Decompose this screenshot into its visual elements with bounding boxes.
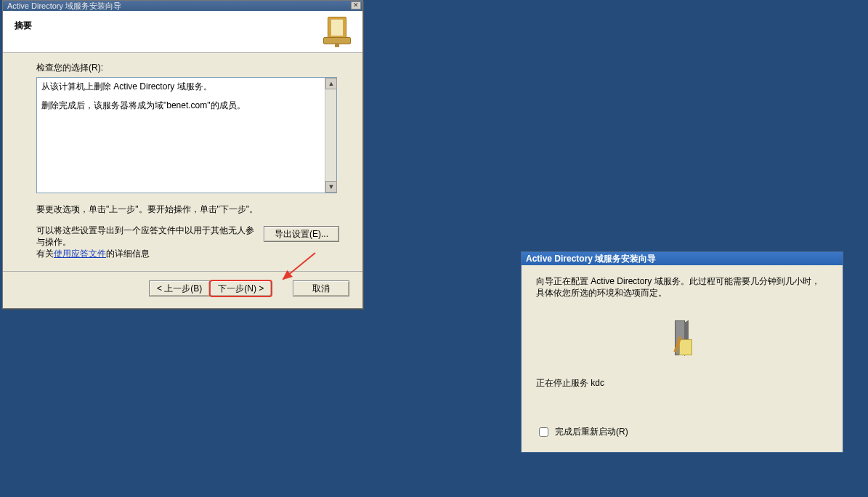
restart-checkbox-row[interactable]: 完成后重新启动(R) [536,425,628,439]
wizard-progress-dialog: Active Directory 域服务安装向导 向导正在配置 Active D… [521,251,843,453]
next-button[interactable]: 下一步(N) > [210,280,272,296]
restart-checkbox-label: 完成后重新启动(R) [555,426,628,438]
dialog-title: Active Directory 域服务安装向导 [526,254,656,264]
dialog-titlebar[interactable]: Active Directory 域服务安装向导 [522,252,843,265]
export-info: 可以将这些设置导出到一个应答文件中以用于其他无人参与操作。 有关使用应答文件的详… [36,225,254,259]
wizard-header: 摘要 [3,11,362,53]
scroll-down-icon[interactable]: ▼ [325,181,337,193]
progress-description: 向导正在配置 Active Directory 域服务。此过程可能需要几分钟到几… [536,275,828,299]
instruction-text: 要更改选项，单击"上一步"。要开始操作，单击"下一步"。 [36,203,336,216]
progress-status: 正在停止服务 kdc [536,377,828,389]
review-line: 删除完成后，该服务器将成为域"benet.com"的成员。 [41,100,323,111]
back-button[interactable]: < 上一步(B) [149,280,210,296]
wizard-summary-dialog: Active Directory 域服务安装向导 ✕ 摘要 检查您的选择(R):… [2,0,363,309]
review-textbox[interactable]: 从该计算机上删除 Active Directory 域服务。 删除完成后，该服务… [36,77,337,193]
wizard-body: 检查您的选择(R): 从该计算机上删除 Active Directory 域服务… [3,53,362,265]
cancel-button[interactable]: 取消 [293,280,349,296]
export-settings-button[interactable]: 导出设置(E)... [264,226,339,242]
dialog-title: Active Directory 域服务安装向导 [7,1,121,10]
review-line: 从该计算机上删除 Active Directory 域服务。 [41,81,323,92]
close-icon[interactable]: ✕ [351,1,361,9]
book-icon [323,17,352,49]
progress-body: 向导正在配置 Active Directory 域服务。此过程可能需要几分钟到几… [522,265,843,452]
restart-checkbox[interactable] [539,427,548,437]
review-label: 检查您的选择(R): [36,62,336,74]
wizard-footer: < 上一步(B)下一步(N) > 取消 [3,272,362,308]
dialog-titlebar[interactable]: Active Directory 域服务安装向导 ✕ [3,1,362,11]
page-title: 摘要 [15,20,351,32]
server-icon [669,320,695,361]
scrollbar[interactable]: ▲ ▼ [325,78,336,193]
scroll-up-icon[interactable]: ▲ [325,78,337,89]
answer-file-link[interactable]: 使用应答文件 [54,248,106,259]
